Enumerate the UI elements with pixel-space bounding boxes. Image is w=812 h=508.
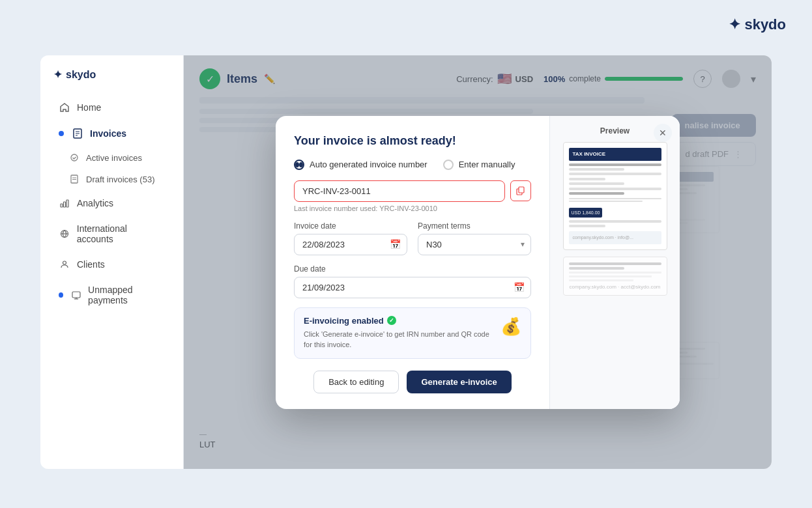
clients-icon	[59, 259, 70, 270]
modal-actions: Back to editing Generate e-invoice	[294, 371, 531, 393]
sidebar-item-invoices[interactable]: Invoices	[46, 121, 178, 146]
sidebar: ✦ skydo Home Invoices Active invoices	[40, 55, 184, 469]
preview-line-9	[569, 225, 606, 227]
e-invoice-emoji-icon: 💰	[500, 316, 521, 337]
top-logo: ✦ skydo	[729, 16, 786, 33]
svg-point-4	[71, 154, 78, 161]
active-invoices-label: Active invoices	[86, 153, 142, 163]
unmapped-label: Unmapped payments	[88, 285, 165, 305]
due-calendar-icon: 📅	[514, 282, 525, 292]
home-label: Home	[77, 102, 101, 113]
svg-rect-14	[72, 292, 80, 298]
sidebar-item-home[interactable]: Home	[46, 95, 178, 120]
sidebar-logo-text: skydo	[66, 69, 96, 81]
sidebar-item-analytics[interactable]: Analytics	[46, 191, 178, 216]
preview-line-8	[569, 220, 661, 223]
svg-rect-10	[66, 200, 68, 207]
top-logo-text: skydo	[744, 16, 786, 33]
expand-dot	[59, 131, 64, 136]
calendar-icon: 📅	[390, 239, 401, 249]
app-container: ✦ skydo Home Invoices Active invoices	[40, 55, 772, 469]
svg-point-13	[63, 261, 66, 264]
generate-label: Generate e-invoice	[421, 377, 497, 387]
svg-rect-18	[519, 187, 524, 193]
back-editing-button[interactable]: Back to editing	[313, 371, 399, 393]
svg-rect-8	[61, 204, 63, 207]
modal: ✕ Your invoice is almost ready! Auto gen…	[276, 116, 680, 409]
preview-p2-footer: company.skydo.com · acct@skydo.com	[569, 284, 661, 290]
back-editing-label: Back to editing	[328, 377, 384, 387]
analytics-label: Analytics	[77, 198, 113, 208]
e-invoice-desc: Click 'Generate e-invoice' to get IRN nu…	[304, 329, 494, 350]
preview-line-3	[569, 173, 661, 175]
e-invoice-left: E-invoicing enabled ✓ Click 'Generate e-…	[304, 316, 494, 350]
international-label: International accounts	[77, 223, 165, 244]
invoice-date-wrap: 📅	[294, 234, 407, 255]
preview-label: Preview	[600, 126, 630, 135]
preview-line-4	[569, 178, 606, 180]
modal-backdrop: ✕ Your invoice is almost ready! Auto gen…	[184, 55, 772, 469]
radio-group: Auto generated invoice number Enter manu…	[294, 160, 531, 170]
payment-terms-group: Payment terms N30 N60 N90 Immediate ▾	[418, 221, 531, 255]
preview-line-5	[569, 182, 624, 185]
sidebar-item-active-invoices[interactable]: Active invoices	[46, 147, 178, 168]
radio-auto-btn	[294, 160, 304, 170]
e-invoice-box: E-invoicing enabled ✓ Click 'Generate e-…	[294, 307, 531, 359]
e-invoice-check-icon: ✓	[387, 316, 396, 325]
generate-einvoice-button[interactable]: Generate e-invoice	[407, 371, 511, 393]
international-icon	[59, 228, 70, 240]
top-bar: ✦ skydo	[0, 0, 812, 49]
sidebar-item-clients[interactable]: Clients	[46, 252, 178, 277]
modal-left: Your invoice is almost ready! Auto gener…	[276, 116, 549, 409]
preview-line-6	[569, 188, 661, 190]
sidebar-logo-icon: ✦	[53, 68, 62, 81]
sidebar-item-unmapped[interactable]: Unmapped payments	[46, 278, 178, 312]
radio-manual-option[interactable]: Enter manually	[443, 160, 515, 170]
radio-auto-label: Auto generated invoice number	[310, 160, 428, 169]
analytics-icon	[59, 197, 70, 209]
modal-title: Your invoice is almost ready!	[294, 134, 531, 148]
date-payment-row: Invoice date 📅 Payment terms N30	[294, 221, 531, 255]
draft-invoices-icon	[69, 174, 80, 184]
preview-document: TAX INVOICE	[563, 142, 667, 250]
preview-line-7	[569, 192, 624, 195]
preview-line-2	[569, 168, 624, 171]
due-date-input[interactable]	[294, 277, 531, 298]
e-invoice-title: E-invoicing enabled ✓	[304, 316, 494, 326]
modal-preview-panel: Preview TAX INVOICE	[549, 116, 680, 409]
modal-close-button[interactable]: ✕	[654, 124, 672, 142]
preview-line-1	[569, 163, 661, 166]
sidebar-logo: ✦ skydo	[40, 68, 183, 94]
home-icon	[59, 102, 70, 113]
payment-terms-label: Payment terms	[418, 221, 531, 231]
preview-p2-line2	[569, 267, 624, 270]
invoice-number-hint: Last invoice number used: YRC-INV-23-001…	[294, 205, 531, 212]
due-date-group: Due date 📅	[294, 264, 531, 298]
payment-terms-wrap: N30 N60 N90 Immediate ▾	[418, 234, 531, 255]
invoice-number-input[interactable]	[294, 180, 505, 202]
e-invoice-title-text: E-invoicing enabled	[304, 316, 384, 326]
preview-highlight-amount: USD 1,840.00	[569, 208, 603, 218]
clients-label: Clients	[77, 259, 105, 270]
preview-footer: company.skydo.com · info@...	[569, 231, 661, 244]
preview-page2: company.skydo.com · acct@skydo.com	[563, 257, 667, 296]
radio-manual-btn	[443, 160, 454, 170]
due-date-wrap: 📅	[294, 277, 531, 298]
sidebar-item-draft-invoices[interactable]: Draft invoices (53)	[46, 169, 178, 190]
unmapped-icon	[71, 289, 81, 301]
main-content: ✓ Items ✏️ Currency: 🇺🇸 USD 100% complet…	[184, 55, 772, 469]
sidebar-item-international[interactable]: International accounts	[46, 217, 178, 251]
radio-auto-option[interactable]: Auto generated invoice number	[294, 160, 428, 170]
payment-terms-select[interactable]: N30 N60 N90 Immediate	[418, 234, 531, 255]
unmapped-dot	[59, 292, 63, 298]
invoices-label: Invoices	[90, 128, 126, 139]
invoice-number-row	[294, 180, 531, 202]
svg-rect-9	[64, 202, 66, 207]
copy-invoice-number-button[interactable]	[510, 180, 531, 201]
invoice-date-label: Invoice date	[294, 221, 407, 231]
draft-invoices-label: Draft invoices (53)	[86, 175, 154, 184]
invoices-icon	[72, 128, 83, 139]
due-date-label: Due date	[294, 264, 531, 274]
preview-doc-title: TAX INVOICE	[569, 148, 661, 162]
preview-p2-line1	[569, 262, 661, 265]
